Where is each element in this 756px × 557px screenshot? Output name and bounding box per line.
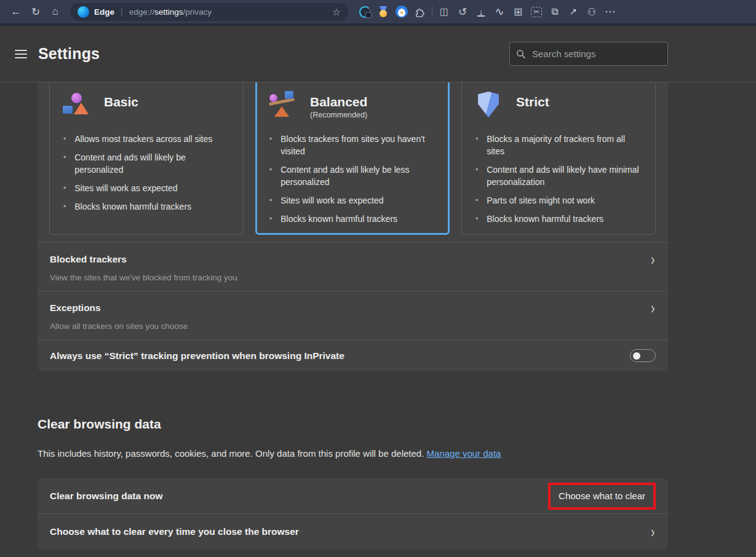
site-label: Edge (94, 7, 114, 17)
exceptions-row[interactable]: Exceptions Allow all trackers on sites y… (38, 291, 668, 339)
blocked-trackers-row[interactable]: Blocked trackers View the sites that we'… (38, 242, 668, 291)
privacy-extension-icon (359, 6, 371, 18)
edge-logo-icon (78, 6, 89, 18)
more-menu-button[interactable]: ⋯ (601, 2, 619, 21)
choose-what-to-clear-button[interactable]: Choose what to clear (548, 483, 656, 510)
privacy-extension-button[interactable] (356, 2, 374, 21)
split-screen-icon: ◫ (440, 6, 448, 17)
share-button[interactable]: ↗ (564, 2, 583, 21)
history-icon: ↺ (458, 6, 467, 18)
refresh-icon: ↻ (31, 6, 40, 18)
clear-on-close-label: Choose what to clear every time you clos… (50, 526, 299, 537)
browser-essentials-icon: ⚇ (587, 6, 596, 18)
bullet-dot: • (475, 213, 478, 225)
settings-page: Settings Basic (0, 26, 756, 557)
card-basic-bullet: Blocks known harmful trackers (74, 200, 191, 213)
downloads-button[interactable]: ↓ (472, 2, 490, 21)
card-strict-bullet: Blocks a majority of trackers from all s… (487, 133, 643, 157)
chevron-right-icon[interactable]: › (651, 526, 655, 537)
puzzle-icon (415, 6, 426, 17)
web-capture-button[interactable]: ✂ (527, 2, 546, 21)
reading-icon: ⧉ (551, 6, 558, 17)
bullet-dot: • (475, 194, 478, 207)
bullet-dot: • (475, 133, 478, 157)
rewards-extension-button[interactable] (374, 2, 392, 21)
clear-data-now-row: Clear browsing data now Choose what to c… (38, 478, 668, 513)
exceptions-subtitle: Allow all trackers on sites you choose (50, 322, 188, 331)
search-icon (516, 49, 526, 59)
home-button[interactable]: ⌂ (46, 2, 65, 21)
toggle-knob (633, 352, 640, 360)
clear-on-close-row[interactable]: Choose what to clear every time you clos… (38, 513, 668, 550)
settings-search[interactable] (509, 42, 668, 66)
penguin-icon (396, 6, 408, 18)
clear-browsing-data-heading: Clear browsing data (38, 417, 668, 432)
toolbar-divider (432, 6, 432, 17)
menu-button[interactable] (15, 47, 27, 61)
refresh-button[interactable]: ↻ (26, 2, 46, 21)
settings-header: Settings (0, 26, 756, 82)
bullet-dot: • (269, 133, 272, 157)
favorite-star-icon[interactable]: ☆ (332, 6, 341, 18)
card-balanced-bullet: Blocks trackers from sites you haven't v… (281, 133, 437, 157)
bullet-dot: • (475, 164, 478, 188)
address-bar[interactable]: Edge | edge://settings/privacy ☆ (70, 3, 348, 21)
shield-icon (474, 91, 503, 119)
performance-icon: ∿ (495, 5, 504, 18)
description-text: This includes history, passwords, cookie… (38, 448, 424, 459)
exceptions-title: Exceptions (50, 302, 188, 314)
basic-shapes-icon (62, 91, 90, 119)
card-strict-bullet: Content and ads will likely have minimal… (487, 164, 643, 188)
blocked-trackers-title: Blocked trackers (50, 254, 237, 265)
bullet-dot: • (269, 194, 272, 207)
chevron-right-icon[interactable]: › (651, 254, 655, 282)
card-strict[interactable]: Strict •Blocks a majority of trackers fr… (461, 82, 656, 235)
address-separator: | (121, 7, 123, 17)
performance-button[interactable]: ∿ (490, 2, 509, 21)
browser-essentials-button[interactable]: ⚇ (583, 2, 601, 21)
back-button[interactable]: ← (6, 2, 26, 21)
card-basic-title: Basic (104, 95, 138, 109)
card-strict-bullet: Parts of sites might not work (487, 194, 595, 207)
card-balanced[interactable]: Balanced (Recommended) •Blocks trackers … (255, 82, 450, 235)
clear-data-panel: Clear browsing data now Choose what to c… (38, 478, 668, 550)
apps-button[interactable]: ⊞ (509, 2, 527, 21)
manage-your-data-link[interactable]: Manage your data (427, 448, 501, 459)
bullet-dot: • (63, 133, 66, 145)
inprivate-strict-toggle[interactable] (630, 349, 656, 362)
bullet-dot: • (63, 182, 66, 194)
split-screen-button[interactable]: ◫ (435, 2, 453, 21)
card-strict-title: Strict (516, 95, 549, 109)
card-balanced-recommended: (Recommended) (310, 111, 367, 119)
penguin-extension-button[interactable] (392, 2, 411, 21)
clear-data-now-label: Clear browsing data now (50, 491, 162, 502)
card-basic[interactable]: Basic •Allows most trackers across all s… (49, 82, 244, 235)
bullet-dot: • (63, 151, 66, 176)
card-basic-bullet: Sites will work as expected (74, 182, 177, 194)
web-capture-icon: ✂ (531, 7, 541, 17)
history-button[interactable]: ↺ (453, 2, 472, 21)
url-text[interactable]: edge://settings/privacy (129, 7, 212, 17)
tracking-cards: Basic •Allows most trackers across all s… (38, 82, 668, 235)
extensions-button[interactable] (411, 2, 429, 21)
page-title: Settings (38, 45, 100, 63)
reading-button[interactable]: ⧉ (546, 2, 564, 21)
bullet-dot: • (269, 164, 272, 188)
medal-icon (377, 6, 389, 18)
card-balanced-bullet: Sites will work as expected (281, 194, 383, 207)
share-icon: ↗ (570, 6, 578, 17)
choose-what-to-clear-label: Choose what to clear (559, 491, 645, 501)
browser-toolbar: ← ↻ ⌂ Edge | edge://settings/privacy ☆ ◫… (0, 0, 756, 23)
clear-browsing-data-description: This includes history, passwords, cookie… (38, 448, 668, 459)
search-input[interactable] (532, 49, 649, 59)
balanced-scale-icon (268, 91, 296, 119)
apps-grid-icon: ⊞ (514, 6, 522, 18)
settings-content: Basic •Allows most trackers across all s… (0, 82, 756, 550)
home-icon: ⌂ (52, 6, 58, 18)
back-icon: ← (11, 6, 22, 18)
downloads-icon: ↓ (477, 7, 485, 17)
ellipsis-icon: ⋯ (605, 5, 616, 18)
chevron-right-icon[interactable]: › (651, 302, 655, 331)
inprivate-strict-label: Always use “Strict” tracking prevention … (50, 350, 344, 361)
inprivate-strict-row: Always use “Strict” tracking prevention … (38, 339, 668, 371)
